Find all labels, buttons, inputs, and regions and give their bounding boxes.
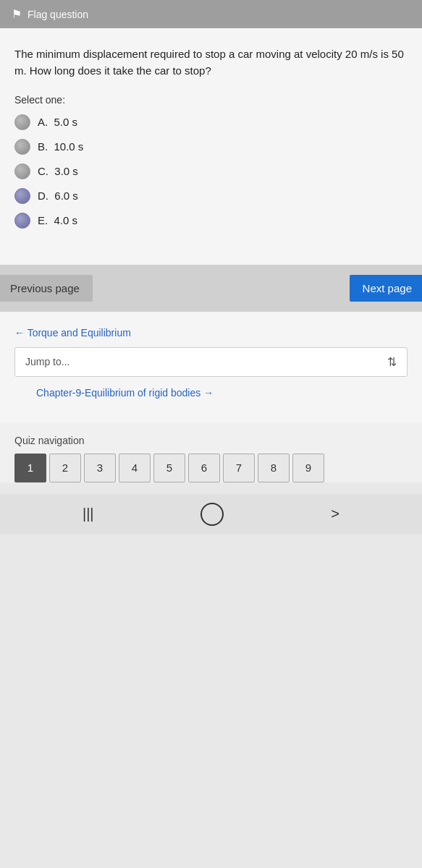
flag-question-label: Flag question xyxy=(28,9,88,20)
main-content: The minimum displacement required to sto… xyxy=(0,28,422,265)
option-d[interactable]: D. 6.0 s xyxy=(14,188,408,204)
option-b[interactable]: B. 10.0 s xyxy=(14,139,408,155)
jump-arrow-icon: ⇅ xyxy=(387,355,397,369)
quiz-nav-numbers: 123456789 xyxy=(14,454,408,482)
option-e-text: E. 4.0 s xyxy=(38,214,77,226)
quiz-nav-num-1[interactable]: 1 xyxy=(14,454,46,482)
option-e[interactable]: E. 4.0 s xyxy=(14,213,408,229)
select-one-label: Select one: xyxy=(14,94,408,106)
nav-buttons: Previous page Next page xyxy=(0,265,422,312)
option-c[interactable]: C. 3.0 s xyxy=(14,163,408,179)
jump-to-text: Jump to... xyxy=(25,356,69,367)
quiz-nav-section: Quiz navigation 123456789 xyxy=(0,423,422,482)
option-a-text: A. 5.0 s xyxy=(38,116,77,128)
option-a[interactable]: A. 5.0 s xyxy=(14,114,408,130)
quiz-nav-num-8[interactable]: 8 xyxy=(258,454,290,482)
previous-page-button[interactable]: Previous page xyxy=(0,275,93,302)
radio-d[interactable] xyxy=(14,188,30,204)
radio-a[interactable] xyxy=(14,114,30,130)
home-button[interactable] xyxy=(201,503,224,526)
quiz-nav-num-2[interactable]: 2 xyxy=(49,454,81,482)
quiz-nav-label: Quiz navigation xyxy=(14,435,408,446)
quiz-nav-num-7[interactable]: 7 xyxy=(223,454,255,482)
option-b-text: B. 10.0 s xyxy=(38,140,83,153)
radio-c[interactable] xyxy=(14,163,30,179)
quiz-nav-num-9[interactable]: 9 xyxy=(292,454,324,482)
quiz-nav-num-4[interactable]: 4 xyxy=(119,454,151,482)
bottom-section: ← Torque and Equilibrium Jump to... ⇅ Ch… xyxy=(0,312,422,423)
quiz-nav-num-5[interactable]: 5 xyxy=(153,454,185,482)
radio-b[interactable] xyxy=(14,139,30,155)
top-bar: ⚑ Flag question xyxy=(0,0,422,28)
question-text: The minimum displacement required to sto… xyxy=(14,46,408,80)
radio-e[interactable] xyxy=(14,213,30,229)
phone-bar: ||| > xyxy=(0,494,422,535)
torque-link[interactable]: ← Torque and Equilibrium xyxy=(14,327,131,339)
quiz-nav-num-3[interactable]: 3 xyxy=(84,454,116,482)
option-d-text: D. 6.0 s xyxy=(38,190,78,202)
chapter-link[interactable]: Chapter-9-Equilibrium of rigid bodies → xyxy=(14,387,408,399)
flag-icon: ⚑ xyxy=(12,7,22,21)
quiz-nav-num-6[interactable]: 6 xyxy=(188,454,220,482)
next-page-button[interactable]: Next page xyxy=(350,275,422,302)
option-c-text: C. 3.0 s xyxy=(38,165,78,177)
forward-button[interactable]: > xyxy=(331,506,339,522)
back-button[interactable]: ||| xyxy=(83,506,94,522)
options-list: A. 5.0 s B. 10.0 s C. 3.0 s D. 6.0 s E. … xyxy=(14,114,408,229)
jump-to-container[interactable]: Jump to... ⇅ xyxy=(14,347,408,377)
